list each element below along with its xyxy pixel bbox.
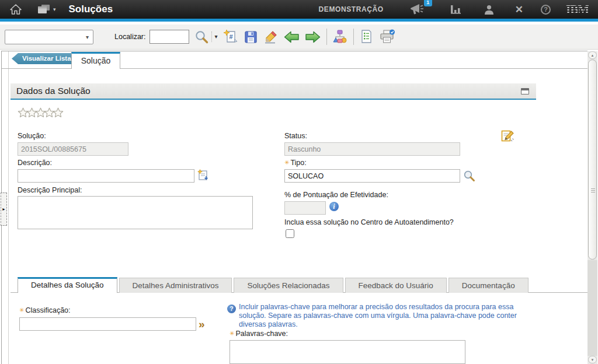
reports-icon[interactable] (359, 29, 374, 44)
tipo-lookup-magnifier-icon[interactable] (463, 170, 475, 184)
page-title: Soluções (69, 4, 113, 15)
main-toolbar: ▾ Localizar: ▾ # (0, 24, 598, 50)
section-header-dados-da-solucao: Dados da Solução (11, 83, 536, 100)
classificacao-detail-menu-icon[interactable]: » (199, 318, 205, 330)
tab-documentacao[interactable]: Documentação (448, 278, 529, 293)
minimize-section-icon[interactable] (521, 88, 529, 94)
detail-tabs: Detalhes da Solução Detalhes Administrat… (18, 277, 530, 293)
app-switcher-icon[interactable]: ▾ (38, 5, 56, 14)
status-field (284, 142, 460, 156)
reports-chart-icon[interactable] (450, 5, 462, 14)
tab-detalhes-administrativos[interactable]: Detalhes Administrativos (119, 278, 232, 293)
search-icon[interactable] (194, 30, 209, 44)
scrollbar-track[interactable] (587, 260, 597, 356)
keywords-help-text: Incluir palavras-chave para melhorar a p… (239, 303, 540, 329)
scrollbar-grip (591, 188, 595, 189)
localizar-input[interactable] (150, 30, 189, 44)
classificacao-field[interactable] (19, 317, 196, 331)
tab-feedback-do-usuario[interactable]: Feedback do Usuário (345, 278, 447, 293)
top-navbar: ▾ Soluções DEMONSTRAÇÃO 1 ✕ ? IBM (0, 0, 598, 22)
long-description-icon[interactable] (197, 169, 209, 183)
home-icon[interactable] (10, 4, 22, 15)
keywords-help-icon[interactable]: ? (227, 304, 236, 313)
scroll-up-icon[interactable]: ▲ (588, 51, 597, 59)
tipo-label: ✳Tipo: (284, 159, 307, 167)
help-icon[interactable]: ? (541, 5, 551, 15)
workflow-icon[interactable] (332, 29, 347, 44)
application-window: ▾ Soluções DEMONSTRAÇÃO 1 ✕ ? IBM ▾ Loca… (0, 0, 598, 364)
localizar-label: Localizar: (114, 33, 146, 41)
descricao-principal-label: Descrição Principal: (18, 186, 82, 194)
tab-solucoes-relacionadas[interactable]: Soluções Relacionadas (234, 278, 343, 293)
section-title: Dados da Solução (16, 86, 91, 96)
tipo-field[interactable] (284, 169, 460, 183)
info-icon[interactable]: i (329, 202, 339, 211)
solution-rating-stars[interactable] (18, 107, 61, 118)
announcements-icon[interactable]: 1 (411, 4, 425, 15)
previous-record-icon[interactable] (284, 30, 300, 44)
svg-text:#: # (229, 33, 232, 40)
scroll-down-icon[interactable]: ▼ (588, 356, 597, 363)
toolbar-separator (326, 29, 327, 45)
palavras-chave-label: ✳Palavras-chave: (230, 330, 288, 338)
sign-out-icon[interactable]: ✕ (515, 4, 523, 16)
action-select[interactable]: ▾ (5, 30, 93, 44)
tab-visualizar-lista[interactable]: Visualizar Lista (12, 53, 77, 64)
autoatendimento-label: Inclua essa solução no Centro de Autoate… (284, 218, 454, 226)
status-label: Status: (284, 132, 307, 140)
star-icon[interactable] (53, 107, 64, 118)
notification-badge: 1 (424, 0, 432, 6)
environment-label: DEMONSTRAÇÃO (319, 5, 384, 13)
scrollbar-thumb[interactable] (588, 60, 597, 260)
pontuacao-field (284, 201, 326, 215)
solucao-field (18, 142, 128, 156)
tab-solucao[interactable]: Solução (71, 52, 120, 69)
palavras-chave-field[interactable] (230, 340, 465, 364)
new-record-icon[interactable]: # (223, 29, 238, 44)
descricao-field[interactable] (18, 169, 194, 183)
tab-detalhes-da-solucao[interactable]: Detalhes da Solução (18, 277, 117, 293)
descricao-label: Descrição: (18, 159, 52, 167)
solucao-label: Solução: (18, 132, 46, 140)
autoatendimento-checkbox[interactable] (286, 229, 294, 238)
pontuacao-label: % de Pontuação de Efetividade: (284, 191, 388, 199)
toolbar-separator (353, 29, 354, 45)
expand-side-panel-handle[interactable]: ► (1, 192, 7, 226)
save-icon[interactable] (244, 30, 258, 44)
classificacao-label: ✳Classificação: (19, 306, 71, 314)
clear-changes-icon[interactable] (263, 30, 279, 44)
next-record-icon[interactable] (305, 30, 321, 44)
descricao-principal-field[interactable] (18, 196, 253, 229)
print-icon[interactable] (379, 29, 395, 44)
combo-caret-icon: ▾ (86, 34, 89, 40)
app-switcher-caret-icon: ▾ (53, 6, 56, 12)
required-asterisk-icon: ✳ (284, 159, 289, 166)
search-options-caret-icon[interactable]: ▾ (211, 32, 218, 42)
required-asterisk-icon: ✳ (19, 307, 24, 313)
vertical-scrollbar[interactable]: ▲ ▼ (587, 51, 597, 364)
content-frame-border (8, 51, 9, 364)
required-asterisk-icon: ✳ (230, 330, 234, 337)
content-frame-border (1, 51, 587, 51)
expand-right-icon: ► (2, 207, 6, 211)
user-profile-icon[interactable] (484, 5, 494, 15)
ibm-logo: IBM (566, 2, 589, 17)
edit-status-icon[interactable] (501, 130, 514, 145)
